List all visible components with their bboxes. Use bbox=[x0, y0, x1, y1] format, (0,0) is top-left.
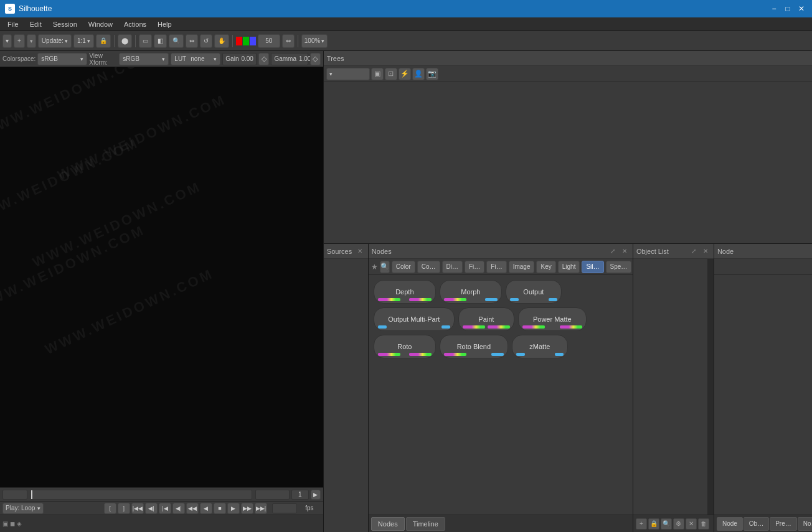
ol-scrollbar[interactable] bbox=[707, 259, 714, 515]
stop-btn[interactable]: ■ bbox=[214, 503, 226, 514]
ol-delete-btn[interactable]: 🗑 bbox=[698, 518, 709, 530]
session-dropdown[interactable]: ▾ bbox=[2, 34, 12, 48]
trees-icon-2[interactable]: ⊡ bbox=[385, 68, 397, 80]
prev-frame-btn[interactable]: |◀ bbox=[159, 503, 171, 514]
filter-tab-light[interactable]: Light bbox=[558, 261, 580, 273]
ol-lock-btn[interactable]: 🔒 bbox=[648, 518, 659, 530]
frame-btn[interactable]: ▭ bbox=[139, 34, 152, 48]
tab-timeline[interactable]: Timeline bbox=[406, 517, 445, 531]
trees-icon-5[interactable]: 📷 bbox=[426, 68, 438, 80]
tab-nodes[interactable]: Nodes bbox=[371, 517, 405, 531]
filter-star-btn[interactable]: ★ bbox=[371, 261, 378, 273]
display-btn[interactable]: ◧ bbox=[154, 34, 167, 48]
add-button[interactable]: + bbox=[14, 34, 25, 48]
play-rev-btn[interactable]: ◀◀ bbox=[186, 503, 199, 514]
sources-close-btn[interactable]: ✕ bbox=[355, 246, 365, 256]
play-mode-dropdown[interactable]: Play: Loop ▾ bbox=[2, 503, 44, 514]
nbtab-no[interactable]: No… bbox=[798, 517, 812, 531]
colorspace-dropdown[interactable]: sRGB ▾ bbox=[37, 53, 87, 65]
ol-close-btn[interactable]: ✕ bbox=[701, 246, 710, 256]
ol-add-btn[interactable]: + bbox=[636, 518, 647, 530]
step-rev-btn[interactable]: ◀ bbox=[200, 503, 212, 514]
skip-fwd-btn[interactable]: ▶▶ bbox=[241, 503, 253, 514]
ratio-btn[interactable]: 1:1 ▾ bbox=[73, 34, 94, 48]
menu-actions[interactable]: Actions bbox=[119, 19, 151, 29]
node-card-morph[interactable]: Morph bbox=[440, 280, 502, 304]
lut-dropdown[interactable]: LUT none ▾ bbox=[171, 53, 220, 65]
gain-reset-btn[interactable]: ◇ bbox=[258, 53, 269, 65]
filter-tab-sil[interactable]: Sil… bbox=[582, 261, 603, 273]
nodes-expand-btn[interactable]: ⤢ bbox=[608, 246, 618, 256]
tool2-btn[interactable]: ↺ bbox=[200, 34, 212, 48]
node-dropdown[interactable]: ▾ bbox=[27, 34, 36, 48]
node-card-paint[interactable]: Paint bbox=[458, 307, 514, 331]
circle-btn[interactable]: ⬤ bbox=[118, 34, 132, 48]
filter-tab-fi2[interactable]: Fi… bbox=[486, 261, 506, 273]
node-card-output[interactable]: Output bbox=[506, 280, 562, 304]
filter-tab-di[interactable]: Di… bbox=[442, 261, 463, 273]
nbtab-ob[interactable]: Ob… bbox=[744, 517, 769, 531]
node-card-depth[interactable]: Depth bbox=[374, 280, 436, 304]
menu-edit[interactable]: Edit bbox=[25, 19, 47, 29]
filter-tab-image[interactable]: Image bbox=[509, 261, 535, 273]
trees-view-dropdown[interactable]: ▾ bbox=[326, 68, 370, 80]
skip-start-btn[interactable]: |◀◀ bbox=[131, 503, 144, 514]
ol-clear-btn[interactable]: ✕ bbox=[686, 518, 697, 530]
node-card-zmatte[interactable]: zMatte bbox=[512, 335, 568, 358]
timeline-progress[interactable] bbox=[31, 490, 252, 500]
filter-search-btn[interactable]: 🔍 bbox=[380, 261, 390, 273]
menu-window[interactable]: Window bbox=[83, 19, 118, 29]
timeline-end-btn[interactable]: ▶ bbox=[311, 490, 321, 500]
gain-field[interactable]: Gain 0.00 bbox=[222, 53, 257, 65]
maximize-button[interactable]: □ bbox=[782, 3, 793, 14]
nbtab-node[interactable]: Node bbox=[717, 517, 743, 531]
menu-session[interactable]: Session bbox=[48, 19, 82, 29]
frame-out-btn[interactable]: ] bbox=[118, 503, 130, 514]
nbtab-pre[interactable]: Pre… bbox=[770, 517, 797, 531]
node-card-roto[interactable]: Roto bbox=[374, 335, 436, 358]
node-card-roto-blend[interactable]: Roto Blend bbox=[440, 335, 508, 358]
frame-in-btn[interactable]: [ bbox=[104, 503, 116, 514]
ol-content bbox=[633, 259, 714, 515]
menu-file[interactable]: File bbox=[2, 19, 24, 29]
menu-help[interactable]: Help bbox=[153, 19, 177, 29]
lock-btn[interactable]: 🔒 bbox=[96, 34, 111, 48]
node-card-output-multi[interactable]: Output Multi-Part bbox=[374, 307, 455, 331]
prev-key-btn[interactable]: ◀| bbox=[145, 503, 158, 514]
timeline-end[interactable] bbox=[255, 490, 290, 500]
filter-tab-color[interactable]: Color bbox=[392, 261, 415, 273]
close-button[interactable]: ✕ bbox=[796, 3, 807, 14]
play-fwd-btn[interactable]: ▶ bbox=[227, 503, 240, 514]
filter-tab-key[interactable]: Key bbox=[536, 261, 555, 273]
update-btn[interactable]: Update: ▾ bbox=[38, 34, 72, 48]
tool3-btn[interactable]: ✋ bbox=[214, 34, 229, 48]
node-card-power-matte[interactable]: Power Matte bbox=[518, 307, 587, 331]
zoom-dropdown[interactable]: 100% ▾ bbox=[301, 34, 328, 48]
next-btn2[interactable]: ◀| bbox=[172, 503, 185, 514]
minimize-button[interactable]: − bbox=[768, 3, 780, 14]
tool1-btn[interactable]: ⇔ bbox=[186, 34, 198, 48]
ol-search-btn[interactable]: 🔍 bbox=[661, 518, 672, 530]
view-xform-dropdown[interactable]: sRGB ▾ bbox=[119, 53, 169, 65]
filter-tab-co[interactable]: Co… bbox=[417, 261, 440, 273]
gamma-field[interactable]: Gamma 1.00 bbox=[271, 53, 308, 65]
filter-tab-fi1[interactable]: Fi… bbox=[465, 261, 484, 273]
gamma-reset-btn[interactable]: ◇ bbox=[310, 53, 321, 65]
nodes-filter-bar: ★ 🔍 Color Co… Di… Fi… Fi… Image Key Ligh… bbox=[369, 259, 633, 275]
nodes-bottom-tabs: Nodes Timeline bbox=[369, 515, 633, 532]
trees-panel-header: Trees ⤢ ✕ bbox=[324, 51, 812, 66]
ol-settings-btn[interactable]: ⚙ bbox=[673, 518, 684, 530]
timeline-start[interactable] bbox=[2, 490, 27, 500]
channel-btn[interactable]: ⇔ bbox=[282, 34, 295, 48]
ol-expand-btn[interactable]: ⤢ bbox=[689, 246, 699, 256]
filter-tab-spe[interactable]: Spe… bbox=[606, 261, 632, 273]
left-bottom-icons: ▣ ◼ ◈ bbox=[2, 520, 22, 527]
trees-icon-3[interactable]: ⚡ bbox=[399, 68, 411, 80]
trees-icon-4[interactable]: 👤 bbox=[412, 68, 425, 80]
trees-icon-1[interactable]: ▣ bbox=[371, 68, 384, 80]
zoom-btn[interactable]: 🔍 bbox=[169, 34, 184, 48]
trees-region: Trees ⤢ ✕ ▾ ▣ ⊡ ⚡ 👤 📷 bbox=[324, 51, 812, 244]
skip-end-btn[interactable]: ▶▶| bbox=[255, 503, 267, 514]
nodes-close-btn[interactable]: ✕ bbox=[620, 246, 630, 256]
node-panel: Node ⤢ ✕ + 🔒 Parameters Obey Matte bbox=[714, 244, 812, 532]
